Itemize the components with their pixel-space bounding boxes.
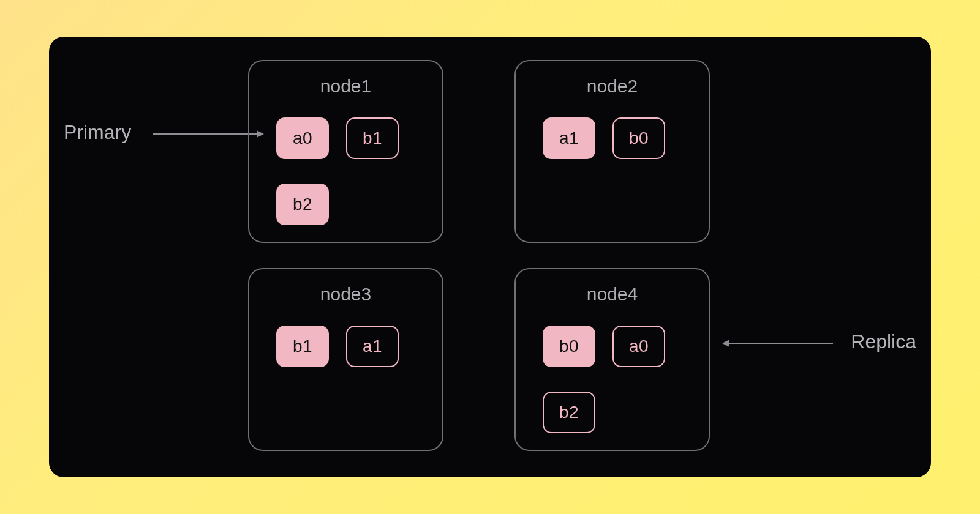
shard-replica: a0 bbox=[612, 326, 665, 367]
replica-label: Replica bbox=[851, 330, 916, 353]
diagram-panel: Primary Replica node1 a0 b1 b2 node2 a1 … bbox=[49, 37, 931, 477]
node-node3: node3 b1 a1 bbox=[248, 268, 443, 451]
shard-primary: a0 bbox=[276, 117, 329, 159]
shard-replica: a1 bbox=[346, 326, 399, 367]
primary-label: Primary bbox=[64, 121, 131, 144]
replica-arrow bbox=[723, 343, 833, 344]
node-title: node3 bbox=[249, 284, 442, 305]
shard-replica: b1 bbox=[346, 117, 399, 159]
node-node2: node2 a1 b0 bbox=[514, 60, 710, 243]
shard-primary: b2 bbox=[276, 184, 329, 225]
node-title: node4 bbox=[516, 284, 709, 305]
shard-replica: b0 bbox=[612, 117, 665, 159]
shard-primary: b0 bbox=[543, 326, 595, 367]
node-node4: node4 b0 a0 b2 bbox=[514, 268, 710, 451]
node-node1: node1 a0 b1 b2 bbox=[248, 60, 443, 243]
shard-replica: b2 bbox=[543, 392, 595, 433]
shard-primary: a1 bbox=[543, 117, 595, 159]
shard-primary: b1 bbox=[276, 326, 329, 367]
node-title: node2 bbox=[516, 76, 709, 97]
node-title: node1 bbox=[249, 76, 442, 97]
primary-arrow bbox=[153, 133, 263, 135]
